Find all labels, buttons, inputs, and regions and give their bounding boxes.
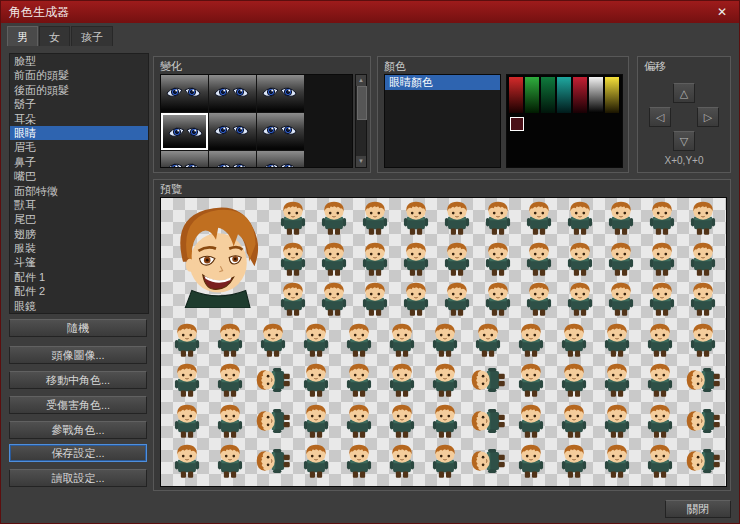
preview-sprite (556, 402, 592, 440)
scroll-up-icon[interactable]: ▲ (356, 75, 366, 86)
face-image-button[interactable]: 頭像圖像... (9, 346, 147, 364)
palette-swatch[interactable] (525, 77, 539, 113)
category-item[interactable]: 前面的頭髮 (10, 68, 148, 82)
load-settings-button[interactable]: 讀取設定... (9, 469, 147, 487)
category-item[interactable]: 獸耳 (10, 198, 148, 212)
preview-sprite (599, 442, 635, 480)
scrollbar-thumb[interactable] (357, 86, 367, 120)
color-item-eye-color[interactable]: 眼睛顏色 (385, 75, 500, 90)
preview-sprite (384, 321, 420, 359)
palette-swatch[interactable] (605, 77, 619, 113)
preview-sprite (398, 240, 434, 278)
tab-male[interactable]: 男 (7, 26, 38, 46)
category-item[interactable]: 尾巴 (10, 212, 148, 226)
palette-swatch[interactable] (573, 77, 587, 113)
category-list: 臉型前面的頭髮後面的頭髮鬍子耳朵眼睛眉毛鼻子嘴巴面部特徵獸耳尾巴翅膀服裝斗篷配件… (9, 53, 149, 314)
variation-scrollbar[interactable]: ▲ ▼ (355, 74, 367, 168)
palette-swatch[interactable] (557, 77, 571, 113)
walk-character-button[interactable]: 移動中角色... (9, 371, 147, 389)
close-dialog-button[interactable]: 關閉 (665, 500, 731, 518)
preview-sprite (427, 402, 463, 440)
preview-sprite (212, 361, 248, 399)
category-item[interactable]: 配件 1 (10, 270, 148, 284)
damaged-character-button[interactable]: 受傷害角色... (9, 396, 147, 414)
preview-sprite (470, 361, 506, 399)
category-item[interactable]: 眼鏡 (10, 299, 148, 313)
category-item[interactable]: 臉型 (10, 54, 148, 68)
category-item[interactable]: 耳朵 (10, 112, 148, 126)
category-item[interactable]: 配件 2 (10, 284, 148, 298)
variation-thumb[interactable] (161, 75, 208, 112)
preview-sprite (599, 321, 635, 359)
category-item[interactable]: 眉毛 (10, 140, 148, 154)
preview-sprite (316, 199, 352, 237)
preview-panel: 預覽 (153, 179, 731, 491)
variation-thumb[interactable] (209, 75, 256, 112)
preview-sprite (384, 361, 420, 399)
tab-female[interactable]: 女 (39, 26, 70, 46)
preview-sprite (275, 280, 311, 318)
preview-sprite (603, 240, 639, 278)
category-item[interactable]: 後面的頭髮 (10, 83, 148, 97)
tab-child[interactable]: 孩子 (71, 26, 113, 46)
random-button[interactable]: 隨機 (9, 319, 147, 337)
variation-thumb[interactable] (257, 75, 304, 112)
offset-up-button[interactable]: △ (673, 83, 695, 103)
category-item[interactable]: 服裝 (10, 241, 148, 255)
variation-thumb[interactable] (209, 113, 256, 150)
variation-thumb[interactable] (257, 113, 304, 150)
palette-swatch[interactable] (589, 77, 603, 113)
preview-sprite (341, 402, 377, 440)
preview-sprite (642, 442, 678, 480)
preview-sprite (212, 402, 248, 440)
preview-sprite (470, 442, 506, 480)
preview-sprite (642, 402, 678, 440)
preview-sprite (599, 361, 635, 399)
battler-button[interactable]: 參戰角色... (9, 421, 147, 439)
preview-sprite (316, 240, 352, 278)
offset-left-button[interactable]: ◁ (649, 107, 671, 127)
variation-thumb[interactable] (209, 151, 256, 168)
save-settings-button[interactable]: 保存設定... (9, 444, 147, 462)
variation-thumb[interactable] (161, 113, 208, 150)
preview-sprite (275, 240, 311, 278)
palette[interactable] (506, 74, 623, 168)
preview-sprite (685, 321, 721, 359)
palette-swatch[interactable] (509, 77, 523, 113)
category-item[interactable]: 鬍子 (10, 97, 148, 111)
category-item[interactable]: 斗篷 (10, 255, 148, 269)
title-bar: 角色生成器 ✕ (1, 1, 739, 23)
preview-sprite (562, 199, 598, 237)
preview-sprite (556, 361, 592, 399)
preview-sprite (599, 402, 635, 440)
preview-sprite (298, 361, 334, 399)
preview-sprite (685, 442, 721, 480)
variation-panel-title: 變化 (160, 59, 182, 74)
preview-sprite (513, 442, 549, 480)
window-title: 角色生成器 (9, 4, 69, 21)
preview-sprite (341, 361, 377, 399)
scroll-down-icon[interactable]: ▼ (356, 156, 366, 167)
preview-sprite (298, 442, 334, 480)
preview-sprite (685, 240, 721, 278)
variation-thumb[interactable] (257, 151, 304, 168)
palette-selected-swatch[interactable] (510, 117, 524, 131)
preview-sprite (384, 442, 420, 480)
category-item[interactable]: 鼻子 (10, 155, 148, 169)
offset-panel: 偏移 △ ◁ ▷ ▽ X+0,Y+0 (637, 56, 731, 173)
offset-right-button[interactable]: ▷ (697, 107, 719, 127)
category-item[interactable]: 面部特徵 (10, 184, 148, 198)
preview-sprite (439, 280, 475, 318)
category-item[interactable]: 嘴巴 (10, 169, 148, 183)
category-item[interactable]: 翅膀 (10, 227, 148, 241)
variation-thumb[interactable] (161, 151, 208, 168)
preview-sprite (439, 199, 475, 237)
preview-sprite (685, 361, 721, 399)
preview-sprite (642, 361, 678, 399)
palette-swatch[interactable] (541, 77, 555, 113)
close-icon[interactable]: ✕ (713, 5, 731, 19)
offset-down-button[interactable]: ▽ (673, 131, 695, 151)
variation-grid (160, 74, 353, 168)
category-item[interactable]: 眼睛 (10, 126, 148, 140)
offset-coordinates: X+0,Y+0 (638, 155, 730, 166)
